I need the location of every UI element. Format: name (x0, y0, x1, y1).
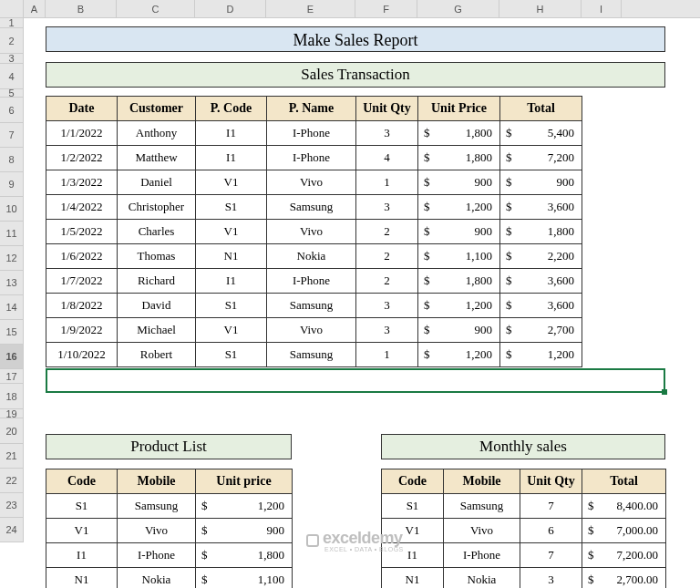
cell[interactable]: S1 (196, 195, 267, 220)
col-header-corner[interactable] (0, 0, 24, 17)
cell[interactable]: 1 (356, 170, 418, 195)
cell[interactable]: 1/1/2022 (46, 121, 118, 146)
row-header-17[interactable]: 17 (0, 369, 24, 384)
cell[interactable]: I1 (46, 543, 118, 568)
cell[interactable]: 3 (520, 568, 582, 589)
table-row[interactable]: 1/7/2022RichardI1I-Phone2$1,800$3,600 (46, 269, 582, 294)
cell[interactable]: Michael (118, 318, 196, 343)
cell[interactable]: 1/3/2022 (46, 170, 118, 195)
row-header-16[interactable]: 16 (0, 345, 24, 369)
row-header-4[interactable]: 4 (0, 64, 24, 89)
cell[interactable]: Daniel (118, 170, 196, 195)
monthly-header-cell[interactable]: Mobile (444, 469, 520, 494)
table-row[interactable]: N1Nokia3$2,700.00 (382, 568, 666, 589)
cell-money[interactable]: $7,200 (500, 146, 582, 170)
cell-money[interactable]: $1,200 (500, 343, 582, 367)
cell[interactable]: V1 (46, 519, 118, 543)
cell[interactable]: Charles (118, 220, 196, 244)
cell-money[interactable]: $1,800 (418, 146, 500, 170)
cell[interactable]: N1 (46, 568, 118, 589)
cell-money[interactable]: $7,200.00 (582, 543, 666, 568)
cell[interactable]: Vivo (118, 519, 196, 543)
row-header-1[interactable]: 1 (0, 18, 24, 28)
cell[interactable]: 1/4/2022 (46, 195, 118, 220)
cell-money[interactable]: $3,600 (500, 269, 582, 294)
table-row[interactable]: S1Samsung7$8,400.00 (382, 494, 666, 519)
sales-header-cell[interactable]: Unit Price (418, 97, 500, 121)
cell[interactable]: V1 (382, 519, 444, 543)
cell[interactable]: 3 (356, 121, 418, 146)
monthly-sales-table[interactable]: CodeMobileUnit QtyTotal S1Samsung7$8,400… (381, 469, 666, 588)
table-row[interactable]: N1Nokia$1,100 (46, 568, 293, 589)
row-header-15[interactable]: 15 (0, 320, 24, 345)
cell[interactable]: 6 (520, 519, 582, 543)
cell[interactable]: S1 (196, 343, 267, 367)
cell[interactable]: I-Phone (267, 269, 356, 294)
row-header-23[interactable]: 23 (0, 493, 24, 518)
column-header-row[interactable]: ABCDEFGHI (0, 0, 700, 18)
cell[interactable]: I1 (196, 146, 267, 170)
col-header-F[interactable]: F (355, 0, 417, 17)
sales-header-cell[interactable]: Customer (118, 97, 196, 121)
col-header-G[interactable]: G (417, 0, 499, 17)
cell[interactable]: 2 (356, 220, 418, 244)
cell[interactable]: David (118, 294, 196, 318)
cell-money[interactable]: $7,000.00 (582, 519, 666, 543)
cell[interactable]: Samsung (267, 343, 356, 367)
cell-money[interactable]: $1,800 (196, 543, 293, 568)
row-header-8[interactable]: 8 (0, 148, 24, 172)
cell[interactable]: V1 (196, 170, 267, 195)
table-row[interactable]: 1/4/2022ChristopherS1Samsung3$1,200$3,60… (46, 195, 582, 220)
cell[interactable]: Vivo (444, 519, 520, 543)
cell[interactable]: Samsung (118, 494, 196, 519)
row-header-12[interactable]: 12 (0, 246, 24, 271)
cell[interactable]: Nokia (267, 244, 356, 269)
cell-money[interactable]: $2,700 (500, 318, 582, 343)
row-header-3[interactable]: 3 (0, 54, 24, 64)
cell-money[interactable]: $900 (500, 170, 582, 195)
col-header-B[interactable]: B (46, 0, 117, 17)
row-header-22[interactable]: 22 (0, 469, 24, 493)
cell[interactable]: I1 (382, 543, 444, 568)
row-header-24[interactable]: 24 (0, 518, 24, 542)
row-header-2[interactable]: 2 (0, 28, 24, 54)
sales-header-cell[interactable]: Unit Qty (356, 97, 418, 121)
sales-header-cell[interactable]: P. Code (196, 97, 267, 121)
cell[interactable]: V1 (196, 220, 267, 244)
cell[interactable]: S1 (382, 494, 444, 519)
product-header-cell[interactable]: Mobile (118, 469, 196, 494)
cell-money[interactable]: $1,100 (196, 568, 293, 589)
cell[interactable]: 7 (520, 494, 582, 519)
row-header-13[interactable]: 13 (0, 271, 24, 295)
cell[interactable]: Vivo (267, 318, 356, 343)
cell-money[interactable]: $3,600 (500, 294, 582, 318)
cell-money[interactable]: $2,700.00 (582, 568, 666, 589)
cell[interactable]: 1/7/2022 (46, 269, 118, 294)
col-header-A[interactable]: A (24, 0, 46, 17)
sales-transaction-table[interactable]: DateCustomerP. CodeP. NameUnit QtyUnit P… (46, 96, 582, 367)
cell-money[interactable]: $1,200 (418, 294, 500, 318)
table-row[interactable]: 1/6/2022ThomasN1Nokia2$1,100$2,200 (46, 244, 582, 269)
cell[interactable]: 1/5/2022 (46, 220, 118, 244)
cell-money[interactable]: $900 (418, 220, 500, 244)
row-header-9[interactable]: 9 (0, 172, 24, 197)
cell-money[interactable]: $3,600 (500, 195, 582, 220)
cell-money[interactable]: $8,400.00 (582, 494, 666, 519)
col-header-H[interactable]: H (499, 0, 582, 17)
cell[interactable]: 2 (356, 269, 418, 294)
row-header-11[interactable]: 11 (0, 222, 24, 246)
cell[interactable]: Vivo (267, 220, 356, 244)
col-header-C[interactable]: C (117, 0, 195, 17)
cell-money[interactable]: $1,800 (418, 269, 500, 294)
table-row[interactable]: S1Samsung$1,200 (46, 494, 293, 519)
col-header-D[interactable]: D (195, 0, 266, 17)
cell-money[interactable]: $1,200 (196, 494, 293, 519)
cell-money[interactable]: $1,200 (418, 343, 500, 367)
cell[interactable]: Christopher (118, 195, 196, 220)
row-header-10[interactable]: 10 (0, 197, 24, 222)
cell[interactable]: Richard (118, 269, 196, 294)
monthly-header-cell[interactable]: Code (382, 469, 444, 494)
row-header-18[interactable]: 18 (0, 384, 24, 409)
row-header-6[interactable]: 6 (0, 98, 24, 123)
cell[interactable]: Anthony (118, 121, 196, 146)
